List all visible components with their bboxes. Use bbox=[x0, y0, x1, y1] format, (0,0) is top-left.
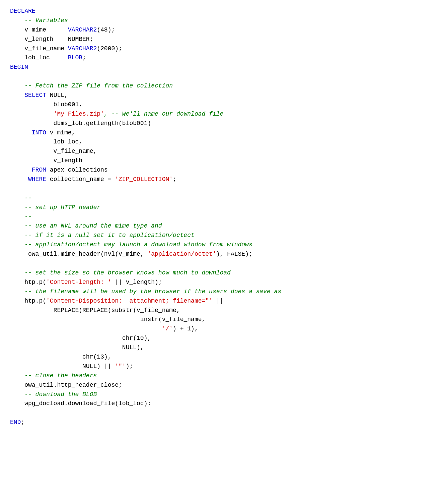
code-token: -- bbox=[10, 195, 32, 201]
code-line: '/') + 1), bbox=[10, 324, 436, 334]
code-token: wpg_docload.download_file(lob_loc); bbox=[10, 400, 151, 407]
code-token: -- Fetch the ZIP file from the collectio… bbox=[10, 82, 173, 89]
code-token: NULL, bbox=[46, 92, 68, 99]
code-token: dbms_lob.getlength(blob001) bbox=[10, 120, 151, 127]
code-line: NULL) || '"'); bbox=[10, 362, 436, 371]
code-token: -- Variables bbox=[10, 17, 68, 24]
code-token: '/' bbox=[162, 325, 173, 332]
code-line: chr(10), bbox=[10, 334, 436, 343]
code-editor: DECLARE -- Variables v_mime VARCHAR2(48)… bbox=[10, 7, 436, 427]
code-token: NULL), bbox=[10, 344, 144, 351]
code-token: -- application/octect may launch a downl… bbox=[10, 241, 252, 248]
code-line: END; bbox=[10, 418, 436, 427]
code-line bbox=[10, 408, 436, 418]
code-line: FROM apex_collections bbox=[10, 166, 436, 175]
code-token: 'application/octet' bbox=[147, 251, 216, 257]
code-line: REPLACE(REPLACE(substr(v_file_name, bbox=[10, 306, 436, 315]
code-line: DECLARE bbox=[10, 7, 436, 16]
code-line: v_mime VARCHAR2(48); bbox=[10, 25, 436, 35]
code-line: -- set up HTTP header bbox=[10, 203, 436, 212]
code-line: -- Fetch the ZIP file from the collectio… bbox=[10, 81, 436, 91]
code-line: -- bbox=[10, 212, 436, 222]
code-token: -- set the size so the browser knows how… bbox=[10, 269, 231, 276]
code-line: -- bbox=[10, 194, 436, 203]
code-token: v_file_name, bbox=[10, 148, 97, 154]
code-token: '"' bbox=[115, 363, 126, 370]
code-line: dbms_lob.getlength(blob001) bbox=[10, 119, 436, 128]
code-line: lob_loc, bbox=[10, 137, 436, 147]
code-line: v_file_name VARCHAR2(2000); bbox=[10, 44, 436, 54]
code-token: -- close the headers bbox=[10, 372, 97, 379]
code-token: -- the filename will be used by the brow… bbox=[10, 288, 281, 295]
code-token: ), FALSE); bbox=[216, 251, 252, 257]
code-token: ) + 1), bbox=[173, 325, 198, 332]
code-line: htp.p('Content-Disposition: attachment; … bbox=[10, 297, 436, 306]
code-line: owa_util.http_header_close; bbox=[10, 381, 436, 390]
code-token: 'Content-Disposition: attachment; filena… bbox=[46, 298, 213, 304]
code-line: INTO v_mime, bbox=[10, 128, 436, 138]
code-token: v_length bbox=[10, 157, 82, 164]
code-token: instr(v_file_name, bbox=[10, 316, 205, 323]
code-token: htp.p( bbox=[10, 298, 46, 304]
code-token: htp.p( bbox=[10, 279, 46, 286]
code-line bbox=[10, 259, 436, 268]
code-token: v_file_name bbox=[10, 45, 68, 52]
code-line: BEGIN bbox=[10, 63, 436, 72]
code-line: v_length NUMBER; bbox=[10, 35, 436, 44]
code-line: SELECT NULL, bbox=[10, 91, 436, 100]
code-token: ; bbox=[82, 54, 86, 61]
code-token: v_mime, bbox=[46, 129, 75, 136]
code-token: apex_collections bbox=[46, 167, 108, 173]
code-token: SELECT bbox=[24, 92, 46, 99]
code-token: ); bbox=[126, 363, 133, 370]
code-token: (2000); bbox=[97, 45, 122, 52]
code-token: -- download the BLOB bbox=[10, 391, 97, 398]
code-line: -- close the headers bbox=[10, 371, 436, 381]
code-line: wpg_docload.download_file(lob_loc); bbox=[10, 399, 436, 408]
code-line: -- the filename will be used by the brow… bbox=[10, 287, 436, 297]
code-line: -- Variables bbox=[10, 16, 436, 25]
code-token bbox=[10, 325, 162, 332]
code-token bbox=[10, 167, 32, 173]
code-token: blob001, bbox=[10, 101, 82, 108]
code-token: FROM bbox=[32, 167, 46, 173]
code-token: BEGIN bbox=[10, 64, 28, 70]
code-line: instr(v_file_name, bbox=[10, 315, 436, 324]
code-token: lob_loc, bbox=[10, 138, 82, 145]
code-line: blob001, bbox=[10, 100, 436, 110]
code-line: 'My Files.zip', -- We'll name our downlo… bbox=[10, 110, 436, 119]
code-line: -- set the size so the browser knows how… bbox=[10, 268, 436, 278]
code-token: BLOB bbox=[68, 54, 82, 61]
code-token: -- bbox=[10, 213, 32, 220]
code-token bbox=[10, 92, 24, 99]
code-token: (v_mime, bbox=[115, 251, 147, 257]
code-line: NULL), bbox=[10, 343, 436, 353]
code-token: (48); bbox=[97, 26, 115, 33]
code-token: , -- We'll name our download file bbox=[104, 111, 223, 117]
code-token: owa_util.mime_header( bbox=[10, 251, 104, 257]
code-token: END bbox=[10, 419, 21, 426]
code-token: || v_length); bbox=[111, 279, 162, 286]
code-line: owa_util.mime_header(nvl(v_mime, 'applic… bbox=[10, 250, 436, 259]
code-token: v_mime bbox=[10, 26, 68, 33]
code-token: -- set up HTTP header bbox=[10, 204, 100, 211]
code-line: v_file_name, bbox=[10, 147, 436, 156]
code-line: WHERE collection_name = 'ZIP_COLLECTION'… bbox=[10, 175, 436, 184]
code-line: -- application/octect may launch a downl… bbox=[10, 240, 436, 250]
code-token: v_length NUMBER; bbox=[10, 36, 93, 43]
code-token: ; bbox=[21, 419, 24, 426]
code-token: 'ZIP_COLLECTION' bbox=[115, 176, 173, 183]
code-token: chr(13), bbox=[10, 354, 111, 360]
code-line: -- if it is a null set it to application… bbox=[10, 231, 436, 240]
code-token: INTO bbox=[32, 129, 46, 136]
code-token: chr(10), bbox=[10, 335, 151, 341]
code-token: ; bbox=[173, 176, 176, 183]
code-line: -- download the BLOB bbox=[10, 390, 436, 399]
code-line: -- use an NVL around the mime type and bbox=[10, 222, 436, 231]
code-token: 'Content-length: ' bbox=[46, 279, 111, 286]
code-token: 'My Files.zip' bbox=[54, 111, 104, 117]
code-token: collection_name = bbox=[46, 176, 115, 183]
code-line: chr(13), bbox=[10, 353, 436, 362]
code-token bbox=[10, 176, 28, 183]
code-token: NULL) || bbox=[10, 363, 115, 370]
